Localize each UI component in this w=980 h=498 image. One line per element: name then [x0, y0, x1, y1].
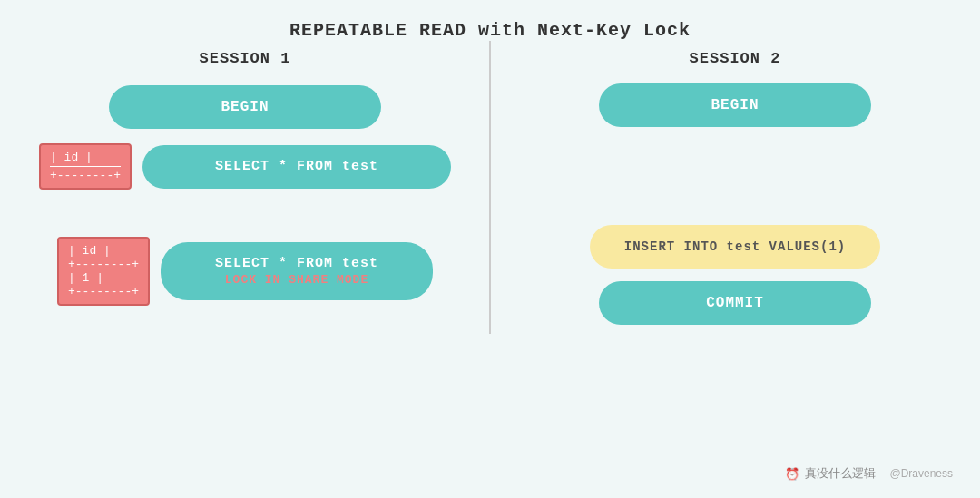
column-divider — [489, 41, 491, 334]
session1-table2: | id | +--------+ | 1 | +--------+ — [57, 237, 150, 306]
table1-header: | id | — [50, 151, 121, 164]
table2-header: | id | — [68, 244, 139, 258]
watermark: ⏰ 真没什么逻辑 @Draveness — [785, 465, 953, 482]
table1-divider — [50, 166, 121, 167]
session2-insert-pill: INSERT INTO test VALUES(1) — [590, 225, 880, 269]
session1-column: SESSION 1 BEGIN | id | +--------+ SELEC — [0, 41, 490, 334]
session1-select2-row: | id | +--------+ | 1 | +--------+ SELEC… — [18, 237, 472, 306]
main-title: REPEATABLE READ with Next-Key Lock — [0, 0, 980, 41]
session1-table1: | id | +--------+ — [39, 143, 132, 190]
session2-column: SESSION 2 BEGIN INSERT INTO test VALUES(… — [490, 41, 980, 334]
session2-commit-pill: COMMIT — [599, 281, 871, 325]
watermark-sub: @Draveness — [889, 467, 953, 480]
session1-select2-pill: SELECT * FROM test LOCK IN SHARE MODE — [161, 242, 433, 300]
table2-divider3: +--------+ — [68, 285, 139, 298]
table1-divider-row: +--------+ — [50, 169, 121, 182]
session1-select1-pill: SELECT * FROM test — [142, 145, 451, 189]
table2-row1: | 1 | — [68, 271, 139, 285]
watermark-icon: ⏰ — [785, 467, 799, 481]
session1-select1-row: | id | +--------+ SELECT * FROM test — [18, 143, 472, 190]
page-container: REPEATABLE READ with Next-Key Lock SESSI… — [0, 0, 980, 334]
table2-divider2: +--------+ — [68, 258, 139, 271]
session2-title: SESSION 2 — [690, 50, 781, 67]
watermark-text: 真没什么逻辑 — [805, 465, 876, 482]
session1-begin-pill: BEGIN — [109, 85, 381, 129]
session2-begin-pill: BEGIN — [599, 83, 871, 127]
session1-title: SESSION 1 — [200, 50, 291, 67]
